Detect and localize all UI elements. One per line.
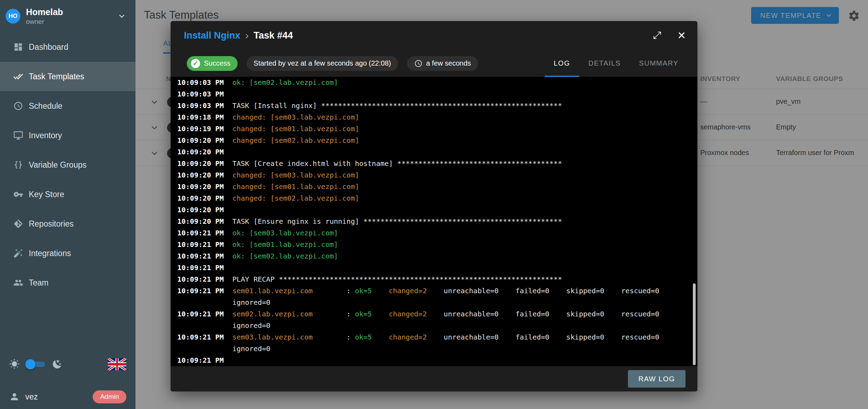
log-timestamp: 10:09:21 PM xyxy=(171,308,232,320)
log-message: changed: [sem02.lab.vezpi.com] xyxy=(232,135,359,146)
theme-controls xyxy=(0,355,135,373)
log-message: ignored=0 xyxy=(232,320,270,331)
sidebar-item-variable-groups[interactable]: Variable Groups xyxy=(0,150,135,180)
log-line: 10:09:20 PMchanged: [sem02.lab.vezpi.com… xyxy=(171,135,697,146)
chevron-down-icon xyxy=(117,11,127,21)
uk-flag-language-selector[interactable] xyxy=(108,358,126,370)
log-line: 10:09:20 PMTASK [Ensure nginx is running… xyxy=(171,216,697,227)
tab-details[interactable]: DETAILS xyxy=(579,50,630,77)
status-badge: ✓ Success xyxy=(187,56,238,71)
log-timestamp: 10:09:21 PM xyxy=(171,262,232,274)
log-message: changed: [sem01.lab.vezpi.com] xyxy=(232,181,359,193)
log-timestamp xyxy=(171,343,232,355)
user-name: vez xyxy=(25,392,38,402)
log-timestamp: 10:09:21 PM xyxy=(171,331,232,343)
sidebar-item-task-templates[interactable]: Task Templates xyxy=(0,62,135,91)
log-line: 10:09:21 PMsem01.lab.vezpi.com : ok=5 ch… xyxy=(171,285,697,297)
log-timestamp: 10:09:21 PM xyxy=(171,227,232,239)
log-line: ignored=0 xyxy=(171,297,697,308)
breadcrumb-template-link[interactable]: Install Nginx xyxy=(184,30,240,41)
log-line: 10:09:21 PMsem03.lab.vezpi.com : ok=5 ch… xyxy=(171,331,697,343)
sidebar-item-label: Inventory xyxy=(29,131,62,140)
log-line: 10:09:21 PM xyxy=(171,262,697,274)
log-line: 10:09:19 PMchanged: [sem01.lab.vezpi.com… xyxy=(171,123,697,135)
log-message: TASK [Ensure nginx is running] *********… xyxy=(232,216,562,227)
log-line: 10:09:21 PMok: [sem02.lab.vezpi.com] xyxy=(171,250,697,262)
log-message: ok: [sem01.lab.vezpi.com] xyxy=(232,239,338,250)
check-circle-icon: ✓ xyxy=(191,59,200,68)
log-message: PLAY RECAP *****************************… xyxy=(232,274,562,285)
user-icon xyxy=(9,391,20,402)
close-button[interactable]: ✕ xyxy=(674,27,690,43)
log-message: TASK [Create index.html with hostname] *… xyxy=(232,158,562,169)
log-message: ok: [sem03.lab.vezpi.com] xyxy=(232,227,338,239)
log-line: 10:09:03 PMok: [sem02.lab.vezpi.com] xyxy=(171,77,697,88)
modal-footer: RAW LOG xyxy=(171,366,697,391)
modal-status-bar: ✓ Success Started by vez at a few second… xyxy=(171,50,697,77)
sidebar-nav: Dashboard Task Templates Schedule Invent… xyxy=(0,32,135,297)
user-menu[interactable]: vez Admin xyxy=(0,388,135,405)
sidebar-item-key-store[interactable]: Key Store xyxy=(0,180,135,209)
sidebar-item-label: Schedule xyxy=(29,101,62,111)
log-timestamp: 10:09:20 PM xyxy=(171,169,232,181)
log-timestamp: 10:09:21 PM xyxy=(171,285,232,297)
sidebar-item-label: Key Store xyxy=(29,190,64,199)
started-chip: Started by vez at a few seconds ago (22:… xyxy=(247,56,398,71)
sidebar-item-label: Variable Groups xyxy=(29,160,87,170)
sidebar-item-integrations[interactable]: Integrations xyxy=(0,239,135,268)
log-message: changed: [sem03.lab.vezpi.com] xyxy=(232,112,359,123)
duration-label: a few seconds xyxy=(426,59,471,67)
log-line: 10:09:03 PM xyxy=(171,88,697,100)
breadcrumb-task-title: Task #44 xyxy=(254,30,293,41)
log-scrollbar[interactable] xyxy=(693,283,696,365)
sidebar-item-team[interactable]: Team xyxy=(0,268,135,297)
log-timestamp: 10:09:18 PM xyxy=(171,112,232,123)
sidebar: HO Homelab owner Dashboard Task Template… xyxy=(0,0,135,409)
log-message: sem03.lab.vezpi.com : ok=5 changed=2 unr… xyxy=(232,331,676,343)
sidebar-item-label: Team xyxy=(29,278,48,288)
log-timestamp: 10:09:21 PM xyxy=(171,250,232,262)
modal-header: Install Nginx › Task #44 ⤢ ✕ xyxy=(171,21,697,50)
log-message: ok: [sem02.lab.vezpi.com] xyxy=(232,77,338,88)
log-timestamp xyxy=(171,320,232,331)
log-timestamp: 10:09:21 PM xyxy=(171,355,232,366)
log-timestamp: 10:09:20 PM xyxy=(171,158,232,169)
team-icon xyxy=(13,278,23,288)
sun-icon xyxy=(9,359,20,369)
sidebar-item-dashboard[interactable]: Dashboard xyxy=(0,32,135,62)
log-timestamp: 10:09:20 PM xyxy=(171,193,232,204)
log-line: 10:09:18 PMchanged: [sem03.lab.vezpi.com… xyxy=(171,112,697,123)
task-log-console[interactable]: 10:09:03 PMok: [sem02.lab.vezpi.com]10:0… xyxy=(171,77,697,366)
tab-summary[interactable]: SUMMARY xyxy=(630,50,688,77)
workspace-avatar: HO xyxy=(6,9,20,24)
expand-icon: ⤢ xyxy=(653,29,661,41)
log-line: 10:09:03 PMTASK [Install nginx] ********… xyxy=(171,100,697,112)
expand-button[interactable]: ⤢ xyxy=(649,27,665,43)
log-timestamp: 10:09:20 PM xyxy=(171,204,232,216)
log-line: 10:09:20 PMchanged: [sem03.lab.vezpi.com… xyxy=(171,169,697,181)
workspace-role: owner xyxy=(26,18,117,26)
log-line: 10:09:21 PMok: [sem01.lab.vezpi.com] xyxy=(171,239,697,250)
raw-log-button[interactable]: RAW LOG xyxy=(628,370,685,388)
close-icon: ✕ xyxy=(677,29,686,41)
log-line: 10:09:20 PMchanged: [sem01.lab.vezpi.com… xyxy=(171,181,697,193)
log-message: sem02.lab.vezpi.com : ok=5 changed=2 unr… xyxy=(232,308,676,320)
sidebar-item-inventory[interactable]: Inventory xyxy=(0,121,135,150)
log-timestamp: 10:09:03 PM xyxy=(171,100,232,112)
sidebar-item-repositories[interactable]: Repositories xyxy=(0,209,135,239)
sidebar-item-label: Dashboard xyxy=(29,42,68,52)
log-line: 10:09:20 PMTASK [Create index.html with … xyxy=(171,158,697,169)
chevron-right-icon: › xyxy=(245,29,249,41)
log-timestamp xyxy=(171,297,232,308)
tab-log[interactable]: LOG xyxy=(545,50,579,77)
log-line: 10:09:20 PM xyxy=(171,146,697,158)
log-message: sem01.lab.vezpi.com : ok=5 changed=2 unr… xyxy=(232,285,676,297)
workspace-switcher[interactable]: HO Homelab owner xyxy=(0,0,135,32)
sidebar-item-schedule[interactable]: Schedule xyxy=(0,91,135,121)
log-timestamp: 10:09:20 PM xyxy=(171,216,232,227)
theme-toggle[interactable] xyxy=(25,360,45,368)
modal-tabs: LOG DETAILS SUMMARY xyxy=(545,50,688,77)
log-line: 10:09:20 PMchanged: [sem02.lab.vezpi.com… xyxy=(171,193,697,204)
log-timestamp: 10:09:20 PM xyxy=(171,135,232,146)
log-timestamp: 10:09:20 PM xyxy=(171,146,232,158)
